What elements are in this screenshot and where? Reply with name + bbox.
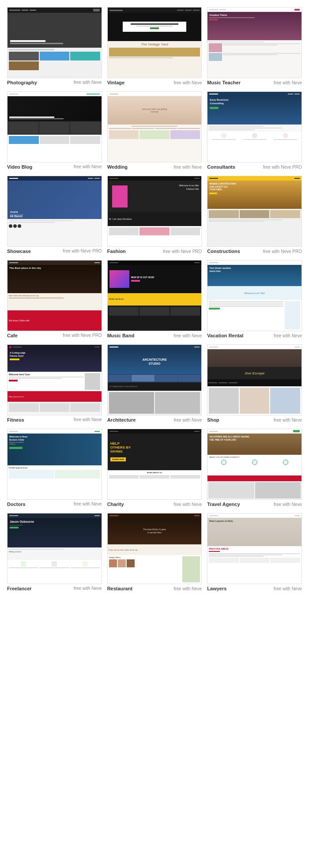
theme-wedding-badge: free with Neve (173, 165, 202, 170)
theme-travel-agency-badge: free with Neve (274, 502, 302, 507)
theme-restaurant-name: Restaurant (107, 586, 132, 591)
theme-architecture[interactable]: ARCHITECTURESTUDIO CITY APARTMENTS RENOV… (105, 342, 205, 426)
theme-vacation-rental-badge: free with Neve (274, 333, 302, 338)
theme-preview-showcase: Astrid Hi there! (7, 176, 102, 247)
theme-preview-wedding: June and Jack are getting married (107, 91, 202, 162)
theme-video-blog-badge: free with Neve (74, 164, 102, 169)
theme-cafe-badge: free with Neve PRO (63, 333, 102, 338)
theme-travel-agency-name: Travel Agency (207, 502, 240, 507)
theme-preview-constructions: WHERE CONSTRUCTIONAND SAFETY GOTOGETHER (207, 176, 302, 247)
theme-photography-name: Photography (7, 80, 37, 85)
theme-music-band-name: Music Band (107, 333, 135, 338)
theme-preview-architecture: ARCHITECTURESTUDIO CITY APARTMENTS RENOV… (107, 344, 202, 415)
theme-music-teacher-name: Music Teacher (207, 80, 241, 85)
theme-constructions[interactable]: WHERE CONSTRUCTIONAND SAFETY GOTOGETHER … (204, 173, 305, 257)
theme-video-blog[interactable]: Video Blog free with Neve (4, 89, 105, 173)
theme-lawyers[interactable]: Neve Lawyers on Duty PRACTICE AREAS (204, 510, 305, 595)
theme-fashion[interactable]: Welcome to my little Fashion Hub Hi, I a… (105, 173, 205, 257)
theme-preview-consultants: Easy BusinessConsulting (207, 91, 302, 162)
theme-freelancer[interactable]: Jason Osbourne Writing services (4, 510, 105, 595)
theme-preview-fitness: A Cutting-edgeFitness Gym! Welcome here!… (7, 344, 102, 415)
theme-fitness-badge: free with Neve (74, 417, 102, 422)
theme-photography-badge: free with Neve (74, 80, 102, 85)
theme-consultants[interactable]: Easy BusinessConsulting (204, 89, 305, 173)
theme-preview-fashion: Welcome to my little Fashion Hub Hi, I a… (107, 176, 202, 247)
theme-preview-restaurant: The best Ethnic Cusineis served here Com… (107, 513, 202, 584)
theme-preview-cafe: The Best place in the city Neve Cafe is … (7, 260, 102, 331)
theme-music-band[interactable]: NEW EP IS OUT NOW! FROM THE BLOG Music B… (105, 257, 205, 342)
theme-shop-name: Shop (207, 417, 219, 423)
theme-showcase[interactable]: Astrid Hi there! (4, 173, 105, 257)
theme-cafe-name: Cafe (7, 333, 18, 338)
theme-constructions-name: Constructions (207, 249, 240, 254)
theme-restaurant-badge: free with Neve (173, 586, 202, 591)
theme-doctors-name: Doctors (7, 502, 26, 507)
theme-preview-charity: HELPOTHERS BYGIVING DONATE NOW MORE ABOU… (107, 429, 202, 500)
theme-wedding[interactable]: June and Jack are getting married (105, 89, 205, 173)
theme-preview-photography (7, 7, 102, 78)
theme-vacation-rental[interactable]: Your dream vacationstarts here Welcome t… (204, 257, 305, 342)
theme-photography[interactable]: Photography free with Neve (4, 4, 105, 89)
theme-preview-music-band: NEW EP IS OUT NOW! FROM THE BLOG (107, 260, 202, 331)
theme-fitness[interactable]: A Cutting-edgeFitness Gym! Welcome here!… (4, 342, 105, 426)
theme-lawyers-name: Lawyers (207, 586, 226, 591)
theme-preview-shop: Jive Escape (207, 344, 302, 415)
theme-vacation-rental-name: Vacation Rental (207, 333, 243, 338)
theme-grid: Photography free with Neve (0, 0, 309, 599)
theme-shop[interactable]: Jive Escape Shop free with Neve (204, 342, 305, 426)
theme-preview-freelancer: Jason Osbourne Writing services (7, 513, 102, 584)
theme-photography-label: Photography free with Neve (7, 78, 102, 86)
theme-music-teacher[interactable]: Amadeus Theme (204, 4, 305, 89)
theme-vintage[interactable]: The Vintage Yard Vintage free with Neve (105, 4, 205, 89)
theme-vintage-badge: free with Neve (173, 80, 202, 85)
theme-fashion-name: Fashion (107, 249, 126, 254)
theme-music-teacher-badge: free with Neve (274, 80, 302, 85)
theme-video-blog-name: Video Blog (7, 164, 32, 170)
theme-travel-agency[interactable]: VACATIONS ARE ALL ABOUT HAVINGTHE TIME O… (204, 426, 305, 510)
theme-preview-vacation-rental: Your dream vacationstarts here Welcome t… (207, 260, 302, 331)
theme-music-band-badge: free with Neve (173, 333, 202, 338)
theme-lawyers-badge: free with Neve (274, 586, 302, 591)
theme-cafe[interactable]: The Best place in the city Neve Cafe is … (4, 257, 105, 342)
theme-showcase-badge: free with Neve PRO (63, 249, 102, 253)
theme-doctors[interactable]: Welcome to NeveDoctors Clinic Experience… (4, 426, 105, 510)
theme-charity-name: Charity (107, 502, 124, 507)
theme-architecture-badge: free with Neve (173, 418, 202, 423)
theme-preview-music-teacher: Amadeus Theme (207, 7, 302, 78)
theme-preview-travel-agency: VACATIONS ARE ALL ABOUT HAVINGTHE TIME O… (207, 429, 302, 500)
theme-preview-vintage: The Vintage Yard (107, 7, 202, 78)
theme-showcase-name: Showcase (7, 249, 31, 254)
theme-wedding-name: Wedding (107, 164, 128, 170)
theme-charity-badge: free with Neve (173, 502, 202, 507)
theme-consultants-badge: free with Neve PRO (263, 165, 302, 170)
theme-preview-doctors: Welcome to NeveDoctors Clinic Experience… (7, 429, 102, 500)
theme-preview-video-blog (7, 91, 102, 162)
theme-consultants-name: Consultants (207, 164, 235, 170)
theme-architecture-name: Architecture (107, 417, 136, 423)
theme-constructions-badge: free with Neve PRO (263, 249, 302, 254)
theme-charity[interactable]: HELPOTHERS BYGIVING DONATE NOW MORE ABOU… (105, 426, 205, 510)
theme-fitness-name: Fitness (7, 417, 24, 423)
theme-restaurant[interactable]: The best Ethnic Cusineis served here Com… (105, 510, 205, 595)
theme-doctors-badge: free with Neve (74, 502, 102, 506)
theme-freelancer-badge: free with Neve (74, 586, 102, 591)
theme-fashion-badge: free with Neve PRO (163, 249, 202, 254)
theme-preview-lawyers: Neve Lawyers on Duty PRACTICE AREAS (207, 513, 302, 584)
theme-freelancer-name: Freelancer (7, 586, 32, 591)
theme-vintage-name: Vintage (107, 80, 125, 85)
theme-shop-badge: free with Neve (274, 418, 302, 423)
